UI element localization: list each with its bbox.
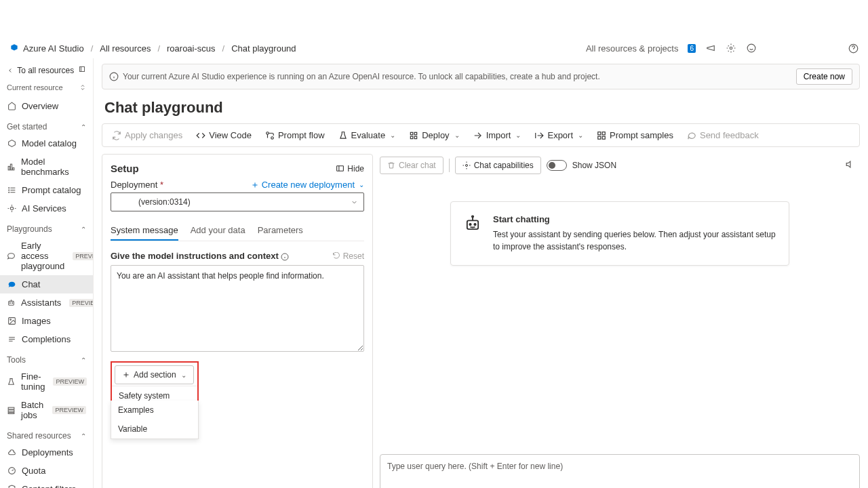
- hide-setup-button[interactable]: Hide: [336, 164, 364, 174]
- deployment-label: Deployment: [111, 180, 157, 190]
- svg-point-12: [8, 190, 9, 190]
- svg-rect-38: [598, 131, 601, 134]
- sidebar-model-catalog[interactable]: Model catalog: [0, 134, 93, 152]
- breadcrumb-all-resources[interactable]: All resources: [100, 43, 151, 54]
- svg-rect-35: [414, 132, 417, 135]
- info-banner: Your current Azure AI Studio experience …: [102, 64, 860, 89]
- create-now-button[interactable]: Create now: [796, 68, 852, 85]
- page-title: Chat playground: [104, 99, 860, 117]
- smiley-icon[interactable]: [746, 43, 757, 54]
- svg-rect-41: [602, 136, 605, 139]
- deploy-button[interactable]: Deploy⌄: [403, 127, 465, 144]
- sidebar-images[interactable]: Images: [0, 312, 93, 330]
- all-resources-link[interactable]: All resources & projects: [586, 43, 679, 54]
- current-resource-select[interactable]: Current resource: [0, 81, 93, 97]
- breadcrumb-resource[interactable]: roaroai-scus: [167, 43, 216, 54]
- svg-rect-36: [410, 136, 413, 139]
- svg-rect-40: [598, 136, 601, 139]
- help-icon[interactable]: [848, 43, 859, 54]
- svg-rect-42: [337, 166, 344, 171]
- chevron-down-icon: [351, 199, 358, 206]
- system-message-input[interactable]: [111, 265, 364, 352]
- svg-point-55: [474, 224, 475, 225]
- svg-marker-52: [846, 161, 850, 167]
- prompt-samples-button[interactable]: Prompt samples: [591, 127, 679, 144]
- sidebar-cat-get-started[interactable]: Get started⌃: [0, 115, 93, 134]
- breadcrumb: Azure AI Studio / All resources / roaroa…: [9, 43, 296, 54]
- sidebar-quota[interactable]: Quota: [0, 462, 93, 480]
- add-section-button[interactable]: Add section ⌄: [115, 365, 194, 384]
- info-icon: [109, 72, 119, 81]
- sidebar-completions[interactable]: Completions: [0, 330, 93, 348]
- sidebar-model-benchmarks[interactable]: Model benchmarks: [0, 152, 93, 181]
- svg-point-51: [465, 165, 467, 167]
- svg-rect-37: [414, 136, 417, 139]
- view-code-button[interactable]: View Code: [191, 127, 257, 144]
- prompt-flow-button[interactable]: Prompt flow: [260, 127, 330, 144]
- svg-rect-7: [13, 167, 14, 169]
- megaphone-icon[interactable]: [705, 43, 716, 54]
- notification-badge[interactable]: 6: [688, 44, 696, 53]
- setup-title: Setup: [111, 163, 139, 174]
- chat-panel: Clear chat Chat capabilities Show JSON S…: [380, 154, 860, 488]
- robot-icon: [463, 214, 482, 233]
- tab-parameters[interactable]: Parameters: [258, 221, 303, 241]
- back-to-resources[interactable]: To all resources: [7, 66, 74, 75]
- import-button[interactable]: Import⌄: [468, 127, 527, 144]
- svg-rect-26: [8, 412, 14, 413]
- svg-rect-34: [410, 132, 413, 135]
- svg-point-11: [8, 188, 9, 188]
- start-body: Test your assistant by sending queries b…: [493, 228, 776, 253]
- show-json-toggle[interactable]: Show JSON: [547, 160, 616, 171]
- sidebar-ai-services[interactable]: AI Services: [0, 199, 93, 218]
- evaluate-button[interactable]: Evaluate⌄: [333, 127, 401, 144]
- sidebar-content-filters[interactable]: Content filters: [0, 480, 93, 488]
- tab-system-message[interactable]: System message: [111, 221, 178, 241]
- sidebar-chat[interactable]: Chat: [0, 275, 93, 293]
- speaker-icon[interactable]: [846, 159, 860, 171]
- svg-point-14: [10, 207, 13, 209]
- app-name: Azure AI Studio: [23, 43, 84, 54]
- sidebar-cat-playgrounds[interactable]: Playgrounds⌃: [0, 218, 93, 237]
- settings-icon[interactable]: [726, 43, 736, 54]
- sidebar-overview[interactable]: Overview: [0, 97, 93, 115]
- svg-rect-5: [8, 166, 9, 169]
- svg-point-1: [747, 44, 755, 52]
- menu-variable[interactable]: Variable: [111, 420, 198, 439]
- svg-rect-25: [8, 409, 14, 411]
- sidebar-cat-tools[interactable]: Tools⌃: [0, 348, 93, 367]
- clear-chat-button[interactable]: Clear chat: [380, 157, 443, 174]
- pin-icon[interactable]: [78, 65, 86, 75]
- svg-point-13: [8, 192, 9, 192]
- svg-point-32: [267, 131, 269, 134]
- sidebar-prompt-catalog[interactable]: Prompt catalog: [0, 181, 93, 199]
- svg-point-33: [271, 136, 274, 139]
- breadcrumb-current: Chat playground: [231, 43, 296, 54]
- info-icon[interactable]: [281, 253, 289, 261]
- app-logo: Azure AI Studio: [9, 43, 84, 54]
- sidebar-batch-jobs[interactable]: Batch jobsPREVIEW: [0, 396, 93, 424]
- svg-rect-3: [80, 67, 85, 72]
- svg-point-57: [472, 216, 473, 217]
- setup-panel: Setup Hide Deployment * Create new deplo…: [102, 154, 373, 488]
- svg-point-16: [9, 303, 10, 304]
- sidebar-assistants[interactable]: AssistantsPREVIEW: [0, 293, 93, 312]
- deployment-select[interactable]: (version:0314): [111, 192, 364, 211]
- export-button[interactable]: Export⌄: [529, 127, 589, 144]
- svg-rect-24: [8, 407, 14, 409]
- svg-rect-6: [10, 164, 12, 170]
- svg-point-0: [730, 47, 732, 49]
- reset-button[interactable]: Reset: [332, 251, 364, 261]
- page-toolbar: Apply changes View Code Prompt flow Eval…: [102, 123, 860, 147]
- sidebar-deployments[interactable]: Deployments: [0, 443, 93, 462]
- menu-examples[interactable]: Examples: [111, 401, 198, 420]
- start-chatting-card: Start chatting Test your assistant by se…: [450, 201, 789, 266]
- create-deployment-link[interactable]: Create new deployment ⌄: [251, 180, 364, 190]
- sidebar-early-access[interactable]: Early access playgroundPREVIEW: [0, 237, 93, 275]
- svg-point-20: [9, 319, 11, 321]
- tab-add-data[interactable]: Add your data: [191, 221, 245, 241]
- sidebar-cat-shared[interactable]: Shared resources⌃: [0, 424, 93, 443]
- sidebar-fine-tuning[interactable]: Fine-tuningPREVIEW: [0, 367, 93, 396]
- chat-capabilities-button[interactable]: Chat capabilities: [455, 157, 541, 174]
- chat-input[interactable]: Type user query here. (Shift + Enter for…: [380, 454, 860, 488]
